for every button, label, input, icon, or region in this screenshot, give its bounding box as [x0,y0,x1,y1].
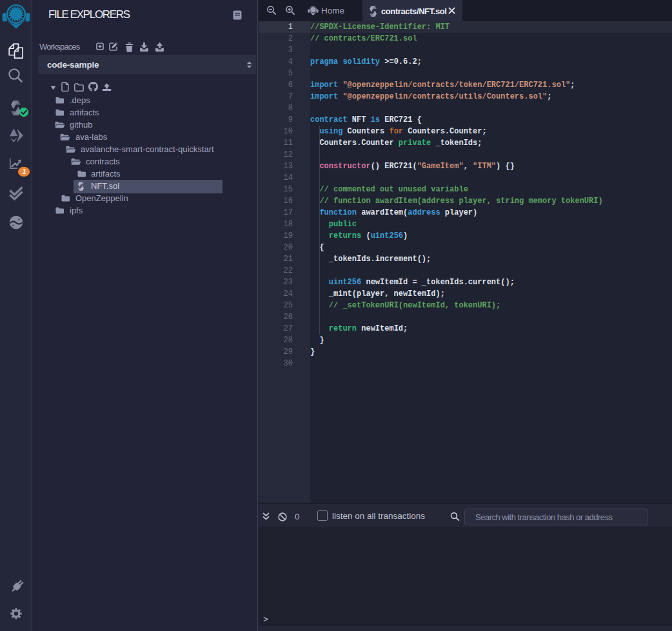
svg-text:1: 1 [22,168,26,175]
